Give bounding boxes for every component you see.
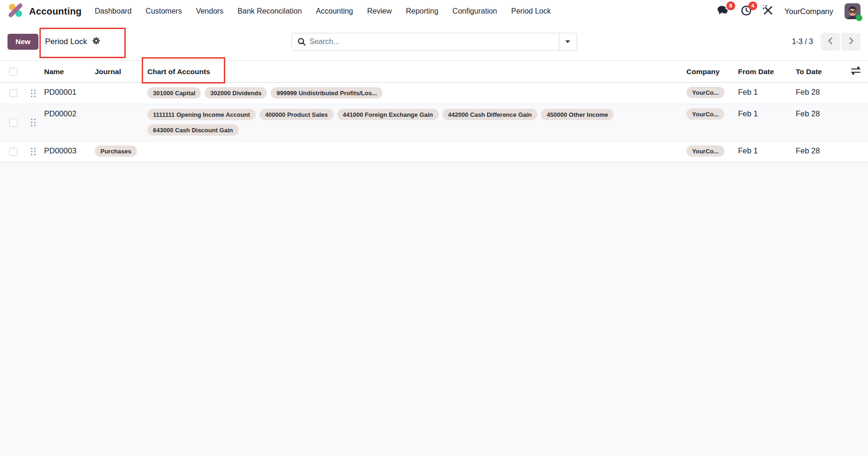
crossed-tools-icon bbox=[763, 5, 773, 17]
column-header-chart-of-accounts[interactable]: Chart of Accounts bbox=[140, 68, 683, 76]
select-all-checkbox[interactable] bbox=[9, 68, 17, 76]
messages-button[interactable]: 8 bbox=[717, 5, 730, 18]
company-tag: YourCo... bbox=[686, 145, 724, 157]
company-tag: YourCo... bbox=[686, 108, 724, 120]
chevron-right-icon bbox=[846, 36, 856, 47]
nav-item-bank-reconcilation[interactable]: Bank Reconcilation bbox=[237, 7, 302, 15]
account-tag: 1111111 Opening Income Account bbox=[147, 109, 256, 120]
chart-of-accounts-cell: 1111111 Opening Income Account400000 Pro… bbox=[140, 104, 683, 141]
caret-down-icon bbox=[565, 40, 570, 43]
column-header-company[interactable]: Company bbox=[683, 68, 734, 76]
control-panel: New Period Lock bbox=[0, 23, 868, 61]
pager-buttons bbox=[821, 33, 860, 51]
account-tag: 999999 Undistributed Profits/Los... bbox=[271, 87, 382, 99]
journal-cell bbox=[87, 104, 140, 108]
chart-of-accounts-cell: 301000 Capital302000 Dividends999999 Und… bbox=[140, 83, 683, 104]
table-header-row: Name Journal Chart of Accounts Company F… bbox=[0, 61, 868, 83]
account-tag: 441000 Foreign Exchange Gain bbox=[337, 109, 439, 120]
company-cell: YourCo... bbox=[683, 141, 734, 157]
to-date: Feb 28 bbox=[792, 83, 844, 97]
period-lock-list: Name Journal Chart of Accounts Company F… bbox=[0, 61, 868, 162]
company-cell: YourCo... bbox=[683, 104, 734, 120]
nav-menu: DashboardCustomersVendorsBank Reconcilat… bbox=[95, 7, 551, 15]
table-body: PD00001301000 Capital302000 Dividends999… bbox=[0, 83, 868, 162]
account-tag: 442000 Cash Difference Gain bbox=[442, 109, 537, 120]
to-date: Feb 28 bbox=[792, 104, 844, 118]
app-switcher[interactable]: Accounting bbox=[8, 2, 82, 20]
user-avatar[interactable] bbox=[845, 3, 860, 19]
search-icon bbox=[292, 38, 308, 46]
table-row-pd00001[interactable]: PD00001301000 Capital302000 Dividends999… bbox=[0, 83, 868, 104]
row-check-cell bbox=[0, 148, 19, 156]
record-name: PD00003 bbox=[37, 141, 87, 155]
breadcrumb: Period Lock bbox=[45, 36, 101, 47]
account-tag: 302000 Dividends bbox=[205, 87, 267, 99]
account-tag: 400000 Product Sales bbox=[259, 109, 334, 120]
navbar-right: 8 4 bbox=[717, 3, 860, 19]
journal-cell bbox=[87, 83, 140, 87]
actions-gear-button[interactable] bbox=[91, 36, 101, 47]
navbar-left: Accounting DashboardCustomersVendorsBank… bbox=[8, 2, 551, 20]
row-checkbox[interactable] bbox=[9, 148, 17, 156]
drag-handle[interactable] bbox=[19, 89, 37, 98]
app-title: Accounting bbox=[29, 6, 82, 17]
chevron-left-icon bbox=[826, 36, 835, 47]
new-button[interactable]: New bbox=[8, 34, 38, 50]
period-lock-page: Accounting DashboardCustomersVendorsBank… bbox=[0, 0, 868, 456]
drag-handle[interactable] bbox=[19, 118, 37, 127]
header-check-cell bbox=[0, 68, 19, 76]
pager-previous-button[interactable] bbox=[821, 33, 840, 51]
row-checkbox[interactable] bbox=[9, 89, 17, 97]
optional-columns-button[interactable] bbox=[844, 66, 868, 77]
journal-cell: Purchases bbox=[87, 141, 140, 157]
nav-item-configuration[interactable]: Configuration bbox=[452, 7, 497, 15]
chart-of-accounts-cell bbox=[140, 141, 683, 151]
control-panel-left: New Period Lock bbox=[8, 34, 291, 50]
to-date: Feb 28 bbox=[792, 141, 844, 155]
pager-range: 1-3 / 3 bbox=[792, 38, 813, 46]
row-check-cell bbox=[0, 89, 19, 97]
nav-item-vendors[interactable]: Vendors bbox=[196, 7, 224, 15]
support-tools-button[interactable] bbox=[763, 5, 773, 17]
account-tag: 301000 Capital bbox=[147, 87, 201, 99]
nav-item-period-lock[interactable]: Period Lock bbox=[511, 7, 551, 15]
record-name: PD00001 bbox=[37, 83, 87, 97]
accounting-app-logo-icon bbox=[8, 2, 23, 20]
drag-handle[interactable] bbox=[19, 147, 37, 156]
nav-item-dashboard[interactable]: Dashboard bbox=[95, 7, 131, 15]
column-header-name[interactable]: Name bbox=[37, 68, 87, 76]
pager-next-button[interactable] bbox=[841, 33, 860, 51]
column-header-from-date[interactable]: From Date bbox=[734, 68, 792, 76]
record-name: PD00002 bbox=[37, 104, 87, 118]
gear-icon bbox=[92, 37, 100, 46]
nav-item-customers[interactable]: Customers bbox=[145, 7, 182, 15]
search-options-button[interactable] bbox=[559, 33, 577, 50]
company-cell: YourCo... bbox=[683, 83, 734, 98]
account-tag: 643000 Cash Discount Gain bbox=[147, 124, 239, 136]
table-row-pd00002[interactable]: PD000021111111 Opening Income Account400… bbox=[0, 104, 868, 141]
company-tag: YourCo... bbox=[686, 87, 724, 98]
nav-item-accounting[interactable]: Accounting bbox=[316, 7, 353, 15]
row-check-cell bbox=[0, 119, 19, 127]
from-date: Feb 1 bbox=[734, 83, 792, 97]
nav-item-review[interactable]: Review bbox=[367, 7, 392, 15]
page-title: Period Lock bbox=[45, 37, 87, 46]
from-date: Feb 1 bbox=[734, 104, 792, 118]
column-header-to-date[interactable]: To Date bbox=[792, 68, 844, 76]
account-tag: 450000 Other Income bbox=[541, 109, 614, 120]
activities-badge: 4 bbox=[748, 1, 757, 10]
table-row-pd00003[interactable]: PD00003PurchasesYourCo...Feb 1Feb 28 bbox=[0, 141, 868, 162]
company-switcher[interactable]: YourCompany bbox=[784, 7, 833, 16]
search-input[interactable] bbox=[308, 38, 559, 46]
sliders-icon bbox=[851, 66, 861, 77]
column-header-journal[interactable]: Journal bbox=[87, 68, 140, 76]
activities-button[interactable]: 4 bbox=[741, 5, 752, 18]
online-status-dot bbox=[856, 15, 862, 21]
messages-badge: 8 bbox=[726, 1, 735, 10]
row-checkbox[interactable] bbox=[9, 119, 17, 127]
control-panel-right: 1-3 / 3 bbox=[577, 33, 861, 51]
top-navbar: Accounting DashboardCustomersVendorsBank… bbox=[0, 0, 868, 23]
journal-tag: Purchases bbox=[95, 145, 137, 157]
nav-item-reporting[interactable]: Reporting bbox=[406, 7, 438, 15]
search-bar bbox=[291, 33, 577, 51]
